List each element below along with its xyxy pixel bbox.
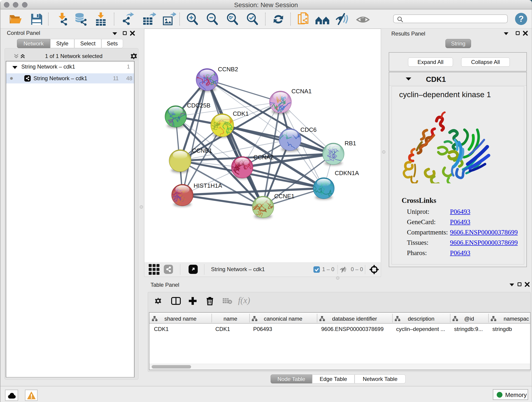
svg-text:CCNA1: CCNA1	[291, 88, 312, 95]
svg-text:CDC25B: CDC25B	[187, 102, 210, 109]
svg-text:RB1: RB1	[345, 140, 356, 147]
svg-text:CCNB1: CCNB1	[192, 147, 212, 154]
svg-text:CCNE1: CCNE1	[274, 193, 294, 200]
svg-text:CDKN1A: CDKN1A	[335, 170, 359, 177]
svg-text:HIST1H1A: HIST1H1A	[194, 182, 222, 189]
svg-text:CDK1: CDK1	[233, 110, 249, 117]
svg-text:CCNA2: CCNA2	[253, 154, 273, 161]
svg-text:CCNB2: CCNB2	[218, 66, 238, 73]
svg-text:CDC6: CDC6	[300, 126, 317, 133]
